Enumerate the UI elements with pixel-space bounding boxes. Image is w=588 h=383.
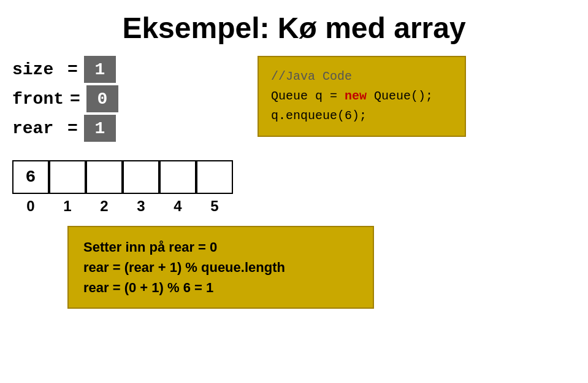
var-row: front=0 [12, 85, 233, 112]
var-equals: = [70, 90, 80, 109]
array-cell-2 [86, 160, 123, 194]
code-comment-text: //Java Code [271, 69, 352, 83]
array-index-3: 3 [123, 198, 159, 215]
array-cell-4 [159, 160, 196, 194]
bottom-line1: Setter inn på rear = 0 [83, 237, 358, 257]
var-value-rear: 1 [84, 115, 116, 142]
var-row: size=1 [12, 56, 233, 83]
var-name-front: front [12, 90, 64, 109]
array-index-4: 4 [159, 198, 196, 215]
array-index-2: 2 [86, 198, 123, 215]
array-cell-1 [49, 160, 86, 194]
var-name-rear: rear [12, 119, 61, 138]
code-queue-pre: Queue q = [271, 89, 345, 103]
array-index-5: 5 [196, 198, 233, 215]
array-indices: 012345 [12, 198, 233, 215]
array-index-1: 1 [49, 198, 86, 215]
array-cell-3 [123, 160, 159, 194]
page-title: Eksempel: Kø med array [0, 0, 588, 56]
code-line-enqueue: q.enqueue(6); [271, 106, 452, 126]
code-keyword-new: new [345, 89, 367, 103]
left-panel: size=1front=0rear=1 6 012345 [12, 56, 233, 215]
code-line-new: Queue q = new Queue(); [271, 87, 452, 106]
var-equals: = [67, 119, 78, 138]
code-line-comment: //Java Code [271, 67, 452, 87]
bottom-line3: rear = (0 + 1) % 6 = 1 [83, 277, 358, 298]
content-area: size=1front=0rear=1 6 012345 //Java Code… [0, 56, 588, 215]
array-index-0: 0 [12, 198, 49, 215]
vars-table: size=1front=0rear=1 [12, 56, 233, 142]
var-row: rear=1 [12, 115, 233, 142]
bottom-box: Setter inn på rear = 0 rear = (rear + 1)… [67, 226, 374, 309]
var-equals: = [67, 60, 78, 79]
code-box: //Java Code Queue q = new Queue(); q.enq… [258, 56, 466, 137]
bottom-line2: rear = (rear + 1) % queue.length [83, 257, 358, 277]
array-cell-0: 6 [12, 160, 49, 194]
var-value-size: 1 [84, 56, 116, 83]
var-value-front: 0 [86, 85, 118, 112]
array-section: 6 012345 [12, 160, 233, 215]
array-cell-5 [196, 160, 233, 194]
array-cells: 6 [12, 160, 233, 194]
code-enqueue-text: q.enqueue(6); [271, 109, 367, 123]
code-queue-post: Queue(); [367, 89, 433, 103]
var-name-size: size [12, 60, 61, 79]
